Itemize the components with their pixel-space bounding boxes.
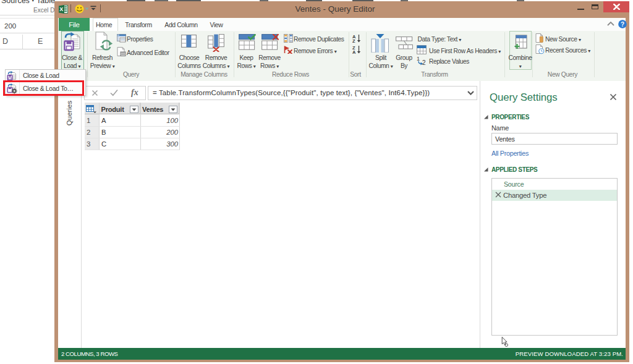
- svg-text:X: X: [59, 6, 63, 12]
- svg-text:A: A: [352, 49, 356, 54]
- svg-text:1: 1: [417, 56, 420, 62]
- svg-text:2: 2: [422, 59, 426, 66]
- svg-text:Z: Z: [352, 38, 355, 43]
- svg-text:?: ?: [621, 21, 624, 28]
